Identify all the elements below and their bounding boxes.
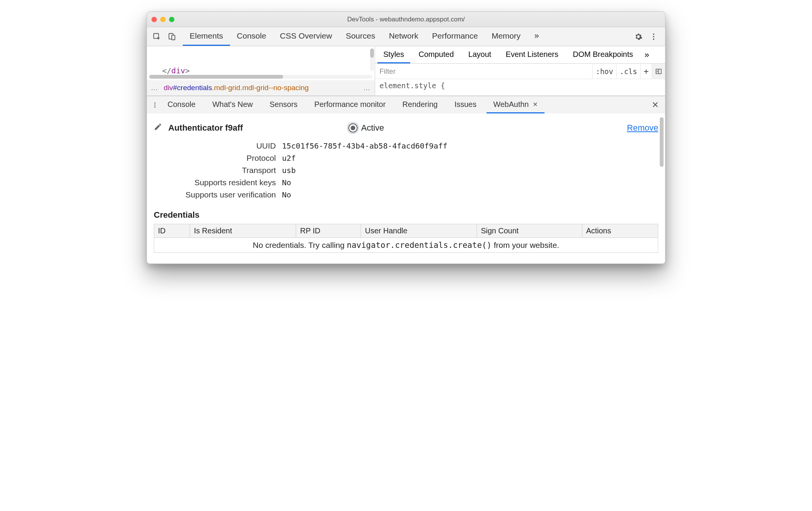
breadcrumb-overflow-right[interactable]: …	[363, 84, 371, 92]
inspector-split: </div><script src="js/webauthn.js"></scr…	[147, 46, 665, 96]
drawer-close-icon[interactable]: ✕	[648, 96, 663, 113]
drawer-tab-what-s-new[interactable]: What's New	[205, 96, 259, 113]
column-header: ID	[154, 224, 190, 238]
window-title: DevTools - webauthndemo.appspot.com/	[347, 16, 465, 23]
dom-pane: </div><script src="js/webauthn.js"></scr…	[147, 46, 375, 95]
edit-icon[interactable]	[154, 123, 162, 133]
cls-toggle[interactable]: .cls	[616, 64, 640, 79]
field-label: UUID	[154, 141, 276, 150]
field-label: Supports user verification	[154, 190, 276, 199]
drawer-kebab-icon[interactable]	[149, 96, 161, 113]
svg-point-5	[653, 38, 654, 40]
column-header: Is Resident	[190, 224, 296, 238]
credentials-table: IDIs ResidentRP IDUser HandleSign CountA…	[154, 224, 658, 253]
svg-point-8	[155, 102, 156, 103]
code-snippet: navigator.credentials.create()	[347, 241, 491, 250]
breadcrumb-path[interactable]: div#credentials.mdl-grid.mdl-grid--no-sp…	[164, 84, 358, 92]
drawer-tab-console[interactable]: Console	[161, 96, 202, 113]
sidebar-toggle-icon[interactable]	[652, 64, 665, 79]
field-label: Transport	[154, 166, 276, 175]
column-header: User Handle	[361, 224, 477, 238]
column-header: RP ID	[296, 224, 361, 238]
field-value: 15c01f56-785f-43b4-ab58-4facd60f9aff	[282, 141, 658, 150]
styles-tab-event-listeners[interactable]: Event Listeners	[499, 46, 564, 63]
drawer-tab-sensors[interactable]: Sensors	[263, 96, 304, 113]
window-controls	[151, 12, 174, 27]
tab-css-overview[interactable]: CSS Overview	[273, 27, 339, 46]
tab-performance[interactable]: Performance	[425, 27, 485, 46]
hov-toggle[interactable]: :hov	[592, 64, 616, 79]
breadcrumb: … div#credentials.mdl-grid.mdl-grid--no-…	[147, 80, 375, 95]
titlebar: DevTools - webauthndemo.appspot.com/	[147, 12, 665, 27]
style-rule[interactable]: element.style {	[375, 79, 665, 92]
column-header: Sign Count	[477, 224, 582, 238]
authenticator-title: Authenticator f9aff	[168, 123, 243, 133]
svg-point-10	[155, 106, 156, 107]
settings-icon[interactable]	[632, 32, 645, 41]
credentials-empty-row: No credentials. Try calling navigator.cr…	[154, 238, 658, 253]
styles-filter-row: :hov .cls +	[375, 64, 665, 79]
tab-elements[interactable]: Elements	[183, 27, 230, 46]
breadcrumb-overflow-left[interactable]: …	[151, 84, 158, 92]
drawer-tabs: ConsoleWhat's NewSensorsPerformance moni…	[147, 96, 665, 113]
close-tab-icon[interactable]: ✕	[533, 101, 538, 108]
horizontal-scrollbar[interactable]	[149, 75, 372, 79]
credentials-heading: Credentials	[154, 210, 658, 220]
tab-network[interactable]: Network	[382, 27, 425, 46]
styles-tab-styles[interactable]: Styles	[377, 46, 410, 63]
vertical-scrollbar[interactable]	[370, 49, 374, 71]
svg-rect-2	[172, 35, 175, 40]
new-style-rule-button[interactable]: +	[640, 64, 652, 79]
close-window-icon[interactable]	[151, 17, 157, 22]
webauthn-panel: Authenticator f9aff Active Remove UUID15…	[147, 113, 665, 264]
main-tabs: ElementsConsoleCSS OverviewSourcesNetwor…	[147, 27, 665, 46]
zoom-window-icon[interactable]	[169, 17, 174, 22]
vertical-scrollbar[interactable]	[660, 117, 664, 167]
drawer-tab-issues[interactable]: Issues	[448, 96, 483, 113]
active-toggle[interactable]: Active	[348, 123, 384, 133]
devtools-window: DevTools - webauthndemo.appspot.com/ Ele…	[147, 11, 665, 264]
field-value: No	[282, 190, 658, 199]
field-label: Protocol	[154, 154, 276, 163]
styles-tab-dom-breakpoints[interactable]: DOM Breakpoints	[567, 46, 639, 63]
device-toolbar-icon[interactable]	[164, 27, 180, 46]
breadcrumb-classes: .mdl-grid.mdl-grid--no-spacing	[212, 84, 309, 92]
svg-point-9	[155, 104, 156, 105]
kebab-menu-icon[interactable]	[647, 32, 661, 41]
svg-point-3	[653, 33, 654, 35]
authenticator-header: Authenticator f9aff Active Remove	[154, 123, 658, 133]
remove-link[interactable]: Remove	[627, 123, 658, 133]
styles-pane: StylesComputedLayoutEvent ListenersDOM B…	[375, 46, 665, 95]
active-label: Active	[361, 123, 384, 133]
field-value: u2f	[282, 154, 658, 163]
breadcrumb-id: #credentials	[173, 84, 212, 92]
drawer-tab-webauthn[interactable]: WebAuthn✕	[487, 96, 545, 113]
inspect-element-icon[interactable]	[149, 27, 164, 46]
drawer-tab-performance-monitor[interactable]: Performance monitor	[308, 96, 393, 113]
styles-tab-layout[interactable]: Layout	[462, 46, 497, 63]
minimize-window-icon[interactable]	[160, 17, 166, 22]
field-label: Supports resident keys	[154, 178, 276, 187]
breadcrumb-tag: div	[164, 84, 173, 92]
tab-console[interactable]: Console	[230, 27, 273, 46]
column-header: Actions	[582, 224, 658, 238]
svg-point-4	[653, 36, 654, 37]
field-value: No	[282, 178, 658, 187]
tab-sources[interactable]: Sources	[339, 27, 382, 46]
styles-tab-computed[interactable]: Computed	[412, 46, 460, 63]
drawer-tab-rendering[interactable]: Rendering	[396, 96, 445, 113]
radio-icon	[348, 123, 358, 133]
styles-filter-input[interactable]	[375, 64, 593, 79]
tabs-overflow-icon[interactable]: »	[527, 27, 546, 46]
field-value: usb	[282, 166, 658, 175]
dom-tree[interactable]: </div><script src="js/webauthn.js"></scr…	[147, 46, 375, 75]
styles-tabs-overflow-icon[interactable]: »	[641, 46, 652, 63]
tab-memory[interactable]: Memory	[485, 27, 527, 46]
